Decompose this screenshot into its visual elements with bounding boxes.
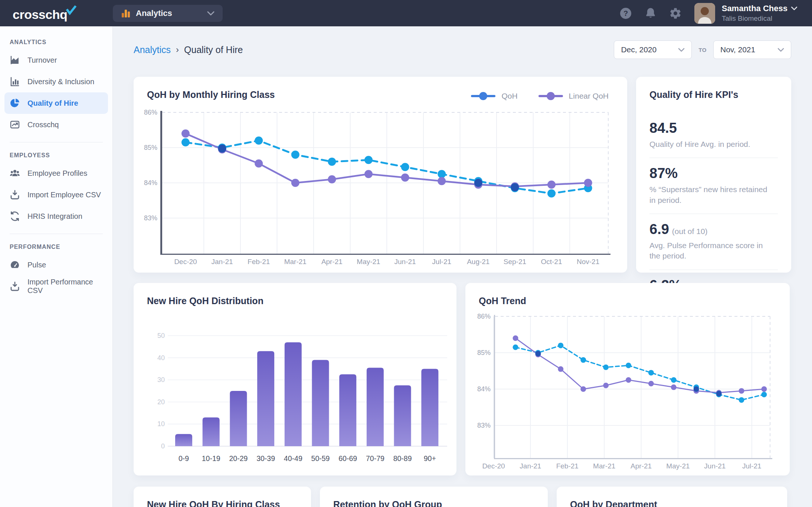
logo-check-icon [66, 5, 77, 15]
svg-text:10: 10 [157, 420, 165, 428]
svg-text:86%: 86% [477, 313, 491, 320]
svg-text:80-89: 80-89 [393, 454, 412, 462]
user-name: Samantha Chess [722, 4, 788, 13]
crosschq-logo: crosschq [0, 5, 113, 22]
gauge-icon [10, 260, 20, 270]
svg-text:40-49: 40-49 [284, 454, 302, 462]
legend-item-qoh[interactable]: QoH [471, 92, 517, 101]
svg-text:0: 0 [161, 442, 165, 450]
svg-text:20: 20 [157, 398, 165, 406]
sidebar-item-label: Import Performance CSV [27, 278, 103, 295]
svg-text:Oct-21: Oct-21 [541, 258, 562, 266]
legend-item-linear-qoh[interactable]: Linear QoH [538, 92, 609, 101]
svg-text:90+: 90+ [424, 454, 436, 462]
sidebar-divider [10, 142, 103, 142]
svg-text:Apr-21: Apr-21 [321, 258, 343, 266]
svg-text:Dec-20: Dec-20 [482, 462, 505, 470]
svg-text:85%: 85% [477, 349, 491, 356]
user-info: Samantha Chess Talis Biomedical [722, 4, 797, 23]
sidebar-item-label: Pulse [27, 261, 46, 269]
chart-legend: QoH Linear QoH [471, 92, 609, 101]
svg-text:Jun-21: Jun-21 [704, 462, 726, 470]
notifications-button[interactable] [645, 7, 657, 20]
settings-button[interactable] [669, 7, 682, 20]
svg-text:83%: 83% [144, 214, 157, 222]
kpi-item-superstars: 87% % “Superstars” new hires retained in… [649, 158, 778, 214]
notifications-bell-icon [645, 7, 657, 20]
qoh-distribution-card: New Hire QoH Distribution 010203040500-9… [134, 283, 456, 475]
navbar-right: ? Samantha Chess Talis Biomedical [619, 3, 812, 24]
svg-text:30-39: 30-39 [256, 454, 275, 462]
qoh-series-swatch [471, 95, 495, 97]
settings-gear-icon [669, 7, 682, 20]
sidebar-section-employees: EMPLOYESS [4, 152, 108, 159]
svg-text:Aug-21: Aug-21 [467, 258, 490, 266]
bar-chart-orange-icon [121, 9, 131, 18]
kpi-value: 6.9(out of 10) [649, 221, 778, 237]
sidebar-item-turnover[interactable]: Turnover [4, 49, 108, 71]
svg-text:?: ? [623, 9, 628, 17]
users-icon [10, 168, 20, 178]
breadcrumb-separator: › [176, 45, 179, 55]
kpi-caption: Avg. Pulse Performance score in the peri… [649, 240, 772, 261]
download-icon [10, 281, 20, 292]
sidebar-item-import-performance-csv[interactable]: Import Performance CSV [4, 276, 108, 297]
chart-title: QoH Trend [465, 283, 790, 306]
kpi-caption: Quality of Hire Avg. in period. [649, 139, 772, 149]
sidebar-item-pulse[interactable]: Pulse [4, 254, 108, 276]
svg-text:May-21: May-21 [666, 462, 690, 470]
chart-title: Retention by QoH Group [320, 487, 548, 507]
svg-text:Apr-21: Apr-21 [631, 462, 652, 470]
svg-text:20-29: 20-29 [229, 454, 248, 462]
sidebar-section-analytics: ANALYTICS [4, 39, 108, 46]
kpi-item-pulse-score: 6.9(out of 10) Avg. Pulse Performance sc… [649, 214, 778, 270]
svg-text:60-69: 60-69 [338, 454, 357, 462]
svg-text:Jan-21: Jan-21 [212, 258, 233, 266]
retention-by-qoh-group-card: Retention by QoH Group [320, 487, 548, 507]
kpi-item-qoh-avg: 84.5 Quality of Hire Avg. in period. [649, 113, 778, 158]
sidebar-item-hris-integration[interactable]: HRIS Integration [4, 205, 108, 227]
svg-text:84%: 84% [144, 179, 157, 187]
kpi-value: 87% [649, 165, 778, 181]
svg-text:Jul-21: Jul-21 [742, 462, 762, 470]
svg-text:Mar-21: Mar-21 [593, 462, 615, 470]
sidebar-item-employee-profiles[interactable]: Employee Profiles [4, 162, 108, 184]
svg-text:Feb-21: Feb-21 [248, 258, 270, 266]
sidebar-item-label: Employee Profiles [27, 169, 87, 178]
help-button[interactable]: ? [619, 7, 632, 20]
user-avatar [694, 3, 715, 24]
chevron-down-icon [777, 48, 784, 52]
qoh-trend-card: QoH Trend 86%85%84%83%Dec-20Jan-21Feb-21… [465, 283, 790, 475]
sidebar-item-label: Import Employee CSV [27, 191, 101, 199]
svg-text:84%: 84% [477, 385, 491, 393]
svg-text:Sep-21: Sep-21 [504, 258, 526, 266]
linear-qoh-series-swatch [538, 95, 563, 97]
svg-text:Nov-21: Nov-21 [577, 258, 599, 266]
sidebar-item-crosschq[interactable]: Crosschq [4, 114, 108, 135]
sidebar-item-label: Crosschq [27, 121, 59, 129]
column-chart-icon [10, 76, 20, 87]
svg-text:30: 30 [157, 376, 165, 383]
chevron-down-icon [678, 48, 685, 52]
app-selector[interactable]: Analytics [113, 5, 223, 22]
help-icon: ? [619, 7, 632, 20]
chevron-down-icon [207, 11, 215, 16]
user-menu[interactable]: Samantha Chess Talis Biomedical [694, 3, 797, 24]
kpi-value: 84.5 [649, 120, 778, 136]
chart-title: New Hire QoH By Hiring Class [134, 487, 311, 507]
row-3: New Hire QoH By Hiring Class Retention b… [134, 487, 791, 507]
date-range-picker: Dec, 2020 TO Nov, 2021 [614, 40, 791, 59]
sidebar-item-label: HRIS Integration [27, 212, 82, 221]
svg-text:85%: 85% [144, 144, 157, 151]
date-from-select[interactable]: Dec, 2020 [614, 40, 692, 59]
qoh-trend-line-chart: 86%85%84%83%Dec-20Jan-21Feb-21Mar-21Apr-… [465, 309, 790, 475]
breadcrumb-analytics-link[interactable]: Analytics [134, 45, 171, 55]
sidebar-item-diversity-inclusion[interactable]: Diversity & Inclusion [4, 71, 108, 92]
svg-text:Dec-20: Dec-20 [174, 258, 197, 266]
sidebar-item-quality-of-hire[interactable]: Quality of Hire [4, 92, 108, 114]
sidebar-item-import-employee-csv[interactable]: Import Employee CSV [4, 184, 108, 205]
pie-chart-icon [10, 98, 20, 108]
top-navbar: crosschq Analytics ? [0, 0, 812, 26]
date-to-select[interactable]: Nov, 2021 [713, 40, 791, 59]
line-chart-icon [10, 119, 20, 130]
